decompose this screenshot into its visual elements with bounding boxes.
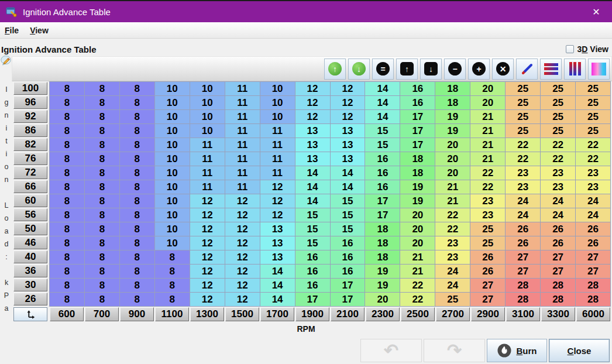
row-header-36[interactable]: 36 — [13, 265, 47, 277]
table-cell[interactable]: 24 — [541, 194, 575, 208]
table-cell[interactable]: 15 — [365, 124, 400, 138]
column-header-3300[interactable]: 3300 — [541, 307, 575, 321]
table-cell[interactable]: 14 — [295, 180, 330, 194]
table-cell[interactable]: 23 — [541, 180, 575, 194]
table-cell[interactable]: 25 — [576, 124, 610, 138]
table-cell[interactable]: 11 — [190, 138, 225, 152]
table-cell[interactable]: 8 — [120, 110, 154, 123]
table-cell[interactable]: 13 — [331, 152, 365, 166]
table-cell[interactable]: 8 — [155, 265, 190, 278]
table-cell[interactable]: 12 — [260, 208, 295, 222]
table-cell[interactable]: 12 — [225, 250, 260, 264]
table-cell[interactable]: 10 — [155, 222, 190, 236]
table-cell[interactable]: 8 — [85, 180, 119, 194]
scale-down-button[interactable]: ↓ — [348, 59, 370, 80]
table-cell[interactable]: 8 — [50, 293, 84, 306]
table-cell[interactable]: 17 — [365, 194, 400, 208]
table-cell[interactable]: 8 — [120, 279, 154, 292]
table-cell[interactable]: 20 — [365, 293, 400, 306]
table-cell[interactable]: 27 — [541, 250, 575, 264]
table-cell[interactable]: 16 — [295, 250, 330, 264]
table-cell[interactable]: 22 — [576, 138, 610, 152]
increment-button[interactable]: + — [468, 59, 490, 80]
table-cell[interactable]: 27 — [470, 293, 505, 306]
table-cell[interactable]: 20 — [435, 152, 470, 166]
table-cell[interactable]: 14 — [295, 166, 330, 180]
table-cell[interactable]: 17 — [400, 124, 435, 138]
table-cell[interactable]: 15 — [295, 236, 330, 250]
table-cell[interactable]: 10 — [155, 110, 190, 123]
table-cell[interactable]: 13 — [295, 124, 330, 138]
table-cell[interactable]: 22 — [435, 222, 470, 236]
table-cell[interactable]: 16 — [331, 265, 365, 278]
table-cell[interactable]: 16 — [365, 166, 400, 180]
table-cell[interactable]: 16 — [331, 236, 365, 250]
table-cell[interactable]: 18 — [365, 250, 400, 264]
table-cell[interactable]: 22 — [400, 293, 435, 306]
table-cell[interactable]: 10 — [190, 96, 225, 109]
table-cell[interactable]: 11 — [260, 152, 295, 166]
table-cell[interactable]: 10 — [155, 82, 190, 95]
column-header-1500[interactable]: 1500 — [225, 307, 259, 321]
table-cell[interactable]: 16 — [365, 152, 400, 166]
table-cell[interactable]: 14 — [365, 96, 400, 109]
table-cell[interactable]: 8 — [120, 180, 154, 194]
table-cell[interactable]: 10 — [155, 124, 190, 138]
table-cell[interactable]: 8 — [120, 265, 154, 278]
table-cell[interactable]: 24 — [576, 208, 610, 222]
table-cell[interactable]: 20 — [470, 82, 505, 95]
shift-down-button[interactable]: ↓ — [420, 59, 442, 80]
table-cell[interactable]: 12 — [225, 265, 260, 278]
table-cell[interactable]: 8 — [50, 138, 84, 152]
edit-axes-button[interactable] — [13, 307, 47, 321]
table-cell[interactable]: 23 — [506, 166, 540, 180]
close-window-icon[interactable]: ✕ — [586, 6, 606, 18]
table-cell[interactable]: 14 — [365, 110, 400, 123]
table-cell[interactable]: 24 — [506, 208, 540, 222]
table-cell[interactable]: 22 — [541, 138, 575, 152]
table-cell[interactable]: 20 — [435, 138, 470, 152]
table-cell[interactable]: 12 — [190, 208, 225, 222]
row-header-96[interactable]: 96 — [13, 96, 47, 109]
table-cell[interactable]: 8 — [120, 222, 154, 236]
row-header-76[interactable]: 76 — [13, 152, 47, 165]
table-cell[interactable]: 8 — [85, 138, 119, 152]
table-cell[interactable]: 23 — [506, 180, 540, 194]
table-cell[interactable]: 8 — [85, 194, 119, 208]
table-cell[interactable]: 8 — [85, 293, 119, 306]
table-cell[interactable]: 21 — [470, 152, 505, 166]
table-cell[interactable]: 18 — [365, 222, 400, 236]
table-cell[interactable]: 19 — [435, 124, 470, 138]
table-cell[interactable]: 22 — [470, 180, 505, 194]
table-cell[interactable]: 10 — [260, 110, 295, 123]
table-cell[interactable]: 16 — [331, 250, 365, 264]
table-cell[interactable]: 26 — [470, 250, 505, 264]
table-cell[interactable]: 25 — [506, 96, 540, 109]
table-cell[interactable]: 8 — [85, 152, 119, 166]
table-cell[interactable]: 12 — [190, 236, 225, 250]
table-cell[interactable]: 8 — [50, 279, 84, 292]
table-cell[interactable]: 11 — [225, 124, 260, 138]
table-cell[interactable]: 8 — [85, 166, 119, 180]
table-cell[interactable]: 25 — [470, 222, 505, 236]
table-cell[interactable]: 8 — [155, 250, 190, 264]
table-cell[interactable]: 17 — [295, 293, 330, 306]
table-cell[interactable]: 11 — [225, 166, 260, 180]
column-header-2900[interactable]: 2900 — [471, 307, 505, 321]
column-header-1900[interactable]: 1900 — [295, 307, 329, 321]
column-header-900[interactable]: 900 — [120, 307, 154, 321]
table-cell[interactable]: 11 — [225, 138, 260, 152]
table-cell[interactable]: 25 — [470, 236, 505, 250]
table-cell[interactable]: 11 — [260, 166, 295, 180]
table-cell[interactable]: 23 — [576, 166, 610, 180]
table-cell[interactable]: 10 — [155, 166, 190, 180]
row-header-26[interactable]: 26 — [13, 293, 47, 305]
table-cell[interactable]: 26 — [506, 236, 540, 250]
table-cell[interactable]: 22 — [435, 208, 470, 222]
table-cell[interactable]: 8 — [120, 138, 154, 152]
table-cell[interactable]: 10 — [155, 180, 190, 194]
table-cell[interactable]: 15 — [365, 138, 400, 152]
table-cell[interactable]: 15 — [331, 208, 365, 222]
column-header-2300[interactable]: 2300 — [366, 307, 400, 321]
table-cell[interactable]: 17 — [331, 293, 365, 306]
